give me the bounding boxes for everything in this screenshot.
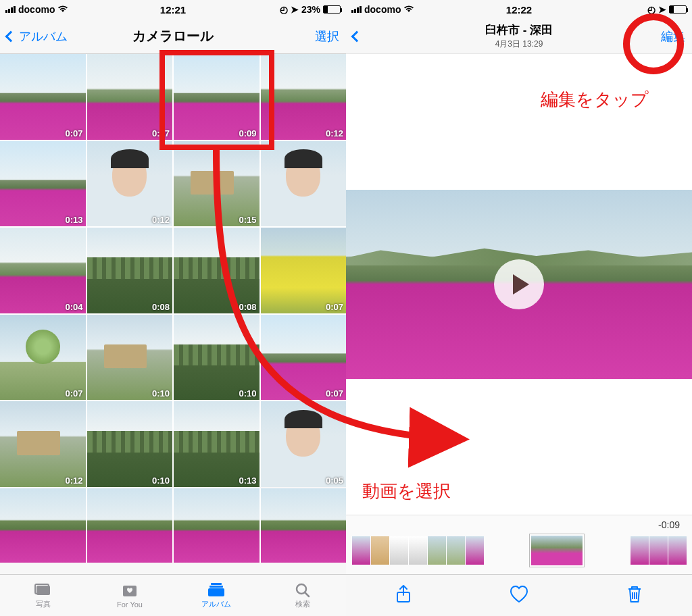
svg-rect-3	[211, 583, 222, 585]
svg-rect-4	[209, 586, 223, 588]
timeline-thumb[interactable]	[630, 536, 649, 565]
timeline-current-thumb[interactable]	[530, 534, 584, 567]
albums-tab-icon	[207, 582, 226, 598]
video-thumb[interactable]	[261, 141, 347, 227]
tab-bar: 写真 For You アルバム 検索	[0, 574, 346, 616]
share-button[interactable]	[395, 584, 412, 607]
chevron-left-icon	[5, 30, 17, 42]
video-thumb[interactable]: 0:07	[0, 54, 86, 140]
timeline-thumb[interactable]	[649, 536, 668, 565]
battery-icon	[323, 5, 341, 14]
video-preview[interactable]	[346, 190, 692, 379]
video-preview-area	[346, 54, 692, 515]
video-thumb[interactable]	[87, 488, 173, 563]
video-thumb[interactable]: 0:13	[0, 141, 86, 227]
timeline-thumb[interactable]	[351, 536, 370, 565]
svg-line-7	[305, 592, 309, 596]
play-button[interactable]	[494, 259, 544, 309]
video-thumb[interactable]: 0:08	[87, 228, 173, 313]
status-bar: docomo 12:22 ◴ ➤	[346, 0, 692, 19]
timeline-thumb[interactable]	[427, 536, 446, 565]
video-thumb[interactable]: 0:09	[174, 54, 260, 140]
video-thumb[interactable]	[0, 488, 86, 563]
back-button[interactable]: アルバム	[7, 28, 68, 45]
video-thumb[interactable]: 0:05	[261, 401, 347, 487]
select-button[interactable]: 選択	[315, 28, 339, 45]
timeline-thumb[interactable]	[389, 536, 408, 565]
video-thumb[interactable]: 0:10	[87, 315, 173, 401]
svg-rect-5	[208, 588, 224, 596]
video-thumb[interactable]: 0:10	[174, 315, 260, 401]
location-title: 臼杵市 - 深田	[346, 22, 692, 38]
trash-button[interactable]	[626, 584, 643, 607]
status-time: 12:22	[346, 4, 692, 16]
edit-button[interactable]: 編集	[661, 28, 685, 45]
video-thumb[interactable]: 0:12	[0, 401, 86, 487]
timeline-thumb[interactable]	[370, 536, 389, 565]
video-thumb[interactable]: 0:12	[261, 54, 347, 140]
status-bar: docomo 12:21 ◴ ➤ 23%	[0, 0, 346, 19]
timeline-thumb[interactable]	[408, 536, 427, 565]
video-thumb[interactable]	[174, 488, 260, 563]
tab-search[interactable]: 検索	[260, 575, 346, 616]
tab-foryou[interactable]: For You	[86, 575, 173, 616]
favorite-button[interactable]	[509, 585, 529, 607]
screen-camera-roll: docomo 12:21 ◴ ➤ 23% アルバム カメラロール 選択	[0, 0, 346, 616]
video-thumb[interactable]: 0:07	[261, 315, 347, 401]
tab-photos[interactable]: 写真	[0, 575, 86, 616]
timeline-thumb[interactable]	[668, 536, 687, 565]
scrubber[interactable]: -0:09	[346, 515, 692, 574]
video-thumb[interactable]: 0:08	[174, 228, 260, 313]
tab-albums[interactable]: アルバム	[173, 575, 260, 616]
bottom-toolbar	[346, 574, 692, 616]
video-thumb[interactable]: 0:15	[174, 141, 260, 227]
video-thumb[interactable]	[261, 488, 347, 563]
video-thumb[interactable]: 0:13	[174, 401, 260, 487]
video-thumb[interactable]: 0:07	[0, 315, 86, 401]
status-time: 12:21	[0, 4, 346, 16]
navbar: アルバム カメラロール 選択	[0, 19, 346, 54]
thumbnail-grid[interactable]: 0:07 0:07 0:09 0:12 0:13 0:12 0:15 0:04 …	[0, 54, 346, 487]
annotation-text-edit: 編集をタップ	[541, 88, 649, 111]
video-thumb[interactable]: 0:07	[261, 228, 347, 313]
search-tab-icon	[293, 582, 312, 598]
video-thumb[interactable]: 0:12	[87, 141, 173, 227]
back-label: アルバム	[19, 28, 68, 45]
date-subtitle: 4月3日 13:29	[346, 38, 692, 50]
battery-icon	[669, 5, 687, 14]
timeline-thumb[interactable]	[465, 536, 484, 565]
foryou-tab-icon	[120, 583, 139, 599]
chevron-left-icon	[351, 30, 363, 42]
photos-tab-icon	[34, 582, 53, 598]
timeline-thumb[interactable]	[446, 536, 465, 565]
back-button[interactable]	[353, 32, 364, 41]
navbar: 臼杵市 - 深田 4月3日 13:29 編集	[346, 19, 692, 54]
video-thumb[interactable]: 0:07	[87, 54, 173, 140]
remaining-time: -0:09	[346, 515, 692, 530]
annotation-text-select: 動画を選択	[362, 480, 451, 503]
video-thumb[interactable]: 0:10	[87, 401, 173, 487]
video-thumb[interactable]: 0:04	[0, 228, 86, 313]
